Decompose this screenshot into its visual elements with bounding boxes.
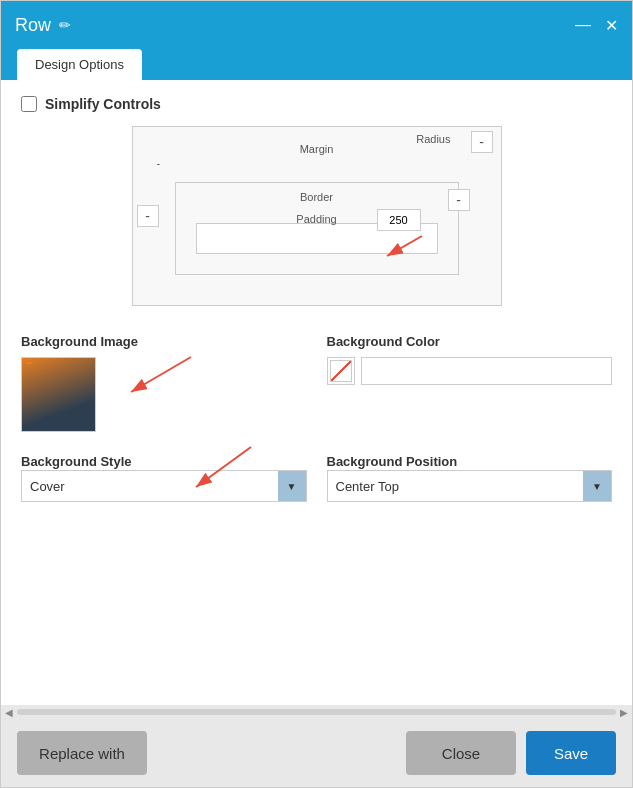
background-position-arrow[interactable]: ▼ — [583, 471, 611, 501]
close-button[interactable]: ✕ — [605, 16, 618, 35]
border-label: Border — [300, 191, 333, 203]
padding-label: Padding — [296, 213, 336, 225]
margin-left-button[interactable]: - — [137, 205, 159, 227]
background-style-col: Background Style Cover ▼ — [21, 452, 307, 502]
thumbnail-preview — [22, 358, 95, 431]
simplify-label: Simplify Controls — [45, 96, 161, 112]
no-color-indicator[interactable] — [327, 357, 355, 385]
bottom-bar: Replace with Close Save — [1, 719, 632, 787]
background-position-label: Background Position — [327, 454, 458, 469]
radius-minus-button[interactable]: - — [471, 131, 493, 153]
border-box: Border - Padding 250 — [175, 182, 459, 275]
thumbnail-badge — [26, 362, 32, 364]
minimize-button[interactable]: — — [575, 16, 591, 34]
horizontal-scrollbar: ◀ ▶ — [1, 705, 632, 719]
padding-input[interactable]: 250 — [377, 209, 421, 231]
background-image-thumbnail[interactable] — [21, 357, 96, 432]
dialog-window: Row ✏ — ✕ Design Options Simplify Contro… — [0, 0, 633, 788]
background-color-col: Background Color — [327, 334, 613, 432]
background-style-value: Cover — [22, 479, 278, 494]
background-color-row — [327, 357, 613, 385]
border-minus-button[interactable]: - — [448, 189, 470, 211]
style-position-row: Background Style Cover ▼ Background Posi… — [21, 452, 612, 502]
close-button[interactable]: Close — [406, 731, 516, 775]
box-model-diagram: Radius - - - Margin Border - Padding 250 — [132, 126, 502, 306]
window-title: Row — [15, 15, 51, 36]
background-position-col: Background Position Center Top ▼ — [327, 452, 613, 502]
simplify-controls-row: Simplify Controls — [21, 96, 612, 112]
background-color-label: Background Color — [327, 334, 613, 349]
tab-design-options[interactable]: Design Options — [17, 49, 142, 80]
background-position-value: Center Top — [328, 479, 584, 494]
background-style-dropdown[interactable]: Cover ▼ — [21, 470, 307, 502]
background-style-arrow[interactable]: ▼ — [278, 471, 306, 501]
window-controls: — ✕ — [575, 16, 618, 35]
background-image-col: Background Image — [21, 334, 307, 432]
scroll-right-arrow[interactable]: ▶ — [620, 707, 628, 718]
replace-with-button[interactable]: Replace with — [17, 731, 147, 775]
background-style-label: Background Style — [21, 454, 132, 469]
radius-label: Radius — [416, 133, 450, 145]
arrow-to-thumbnail — [81, 347, 201, 427]
padding-box: Padding 250 — [196, 223, 438, 254]
content-area: Simplify Controls Radius - - - Margin Bo… — [1, 80, 632, 705]
color-input[interactable] — [361, 357, 613, 385]
tabs-bar: Design Options — [1, 49, 632, 80]
background-position-dropdown[interactable]: Center Top ▼ — [327, 470, 613, 502]
title-bar: Row ✏ — ✕ — [1, 1, 632, 49]
svg-line-3 — [131, 357, 191, 392]
scroll-left-arrow[interactable]: ◀ — [5, 707, 13, 718]
margin-box: Radius - - - Margin Border - Padding 250 — [132, 126, 502, 306]
background-section-row: Background Image — [21, 334, 612, 432]
edit-icon[interactable]: ✏ — [59, 17, 71, 33]
background-image-label: Background Image — [21, 334, 307, 349]
save-button[interactable]: Save — [526, 731, 616, 775]
margin-minus-top-label: - — [157, 157, 161, 169]
margin-label: Margin — [300, 143, 334, 155]
simplify-checkbox[interactable] — [21, 96, 37, 112]
scroll-track[interactable] — [17, 709, 616, 715]
